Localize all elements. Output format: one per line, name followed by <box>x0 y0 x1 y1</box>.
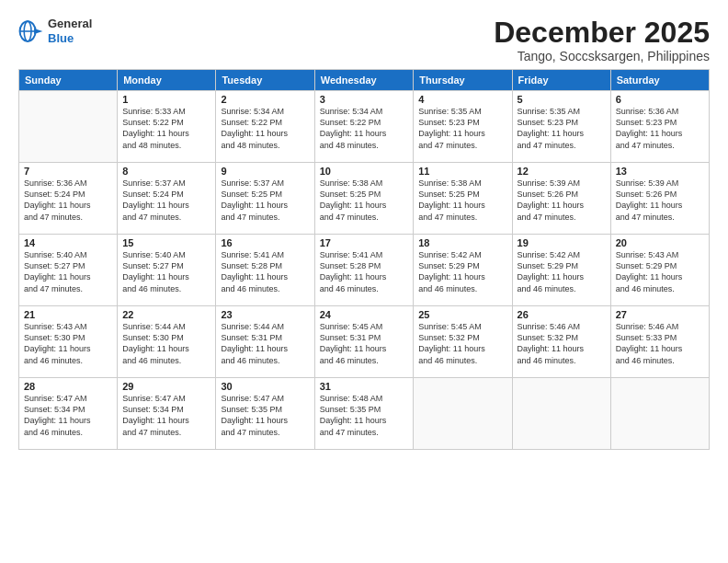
day-number: 13 <box>616 166 704 177</box>
day-info: Sunrise: 5:41 AM Sunset: 5:28 PM Dayligh… <box>320 249 409 294</box>
calendar-cell: 9Sunrise: 5:37 AM Sunset: 5:25 PM Daylig… <box>216 163 314 235</box>
calendar-cell: 18Sunrise: 5:42 AM Sunset: 5:29 PM Dayli… <box>414 235 512 306</box>
calendar-cell: 25Sunrise: 5:45 AM Sunset: 5:32 PM Dayli… <box>414 306 512 378</box>
calendar-cell: 2Sunrise: 5:34 AM Sunset: 5:22 PM Daylig… <box>216 91 314 163</box>
calendar-cell: 7Sunrise: 5:36 AM Sunset: 5:24 PM Daylig… <box>19 163 118 235</box>
logo-text: General Blue <box>48 17 92 45</box>
day-number: 31 <box>320 381 409 392</box>
day-info: Sunrise: 5:46 AM Sunset: 5:32 PM Dayligh… <box>518 321 606 366</box>
calendar-cell: 19Sunrise: 5:42 AM Sunset: 5:29 PM Dayli… <box>512 235 610 306</box>
calendar-cell: 10Sunrise: 5:38 AM Sunset: 5:25 PM Dayli… <box>314 163 414 235</box>
calendar-cell: 30Sunrise: 5:47 AM Sunset: 5:35 PM Dayli… <box>216 378 314 450</box>
subtitle: Tango, Soccsksargen, Philippines <box>494 49 710 63</box>
day-number: 23 <box>221 309 309 320</box>
header-row: SundayMondayTuesdayWednesdayThursdayFrid… <box>19 70 710 91</box>
header-cell-sunday: Sunday <box>19 70 118 91</box>
calendar-table: SundayMondayTuesdayWednesdayThursdayFrid… <box>18 69 710 450</box>
day-info: Sunrise: 5:34 AM Sunset: 5:22 PM Dayligh… <box>221 106 309 151</box>
week-row-0: 1Sunrise: 5:33 AM Sunset: 5:22 PM Daylig… <box>19 91 710 163</box>
day-info: Sunrise: 5:41 AM Sunset: 5:28 PM Dayligh… <box>221 249 309 294</box>
main-title: December 2025 <box>494 17 710 49</box>
day-info: Sunrise: 5:36 AM Sunset: 5:23 PM Dayligh… <box>616 106 704 151</box>
calendar-cell <box>512 378 610 450</box>
calendar-body: 1Sunrise: 5:33 AM Sunset: 5:22 PM Daylig… <box>19 91 710 450</box>
calendar-cell: 5Sunrise: 5:35 AM Sunset: 5:23 PM Daylig… <box>512 91 610 163</box>
day-info: Sunrise: 5:45 AM Sunset: 5:32 PM Dayligh… <box>418 321 506 366</box>
calendar-cell <box>414 378 512 450</box>
day-number: 22 <box>122 309 210 320</box>
day-number: 3 <box>320 94 409 105</box>
week-row-2: 14Sunrise: 5:40 AM Sunset: 5:27 PM Dayli… <box>19 235 710 306</box>
day-number: 27 <box>616 309 704 320</box>
day-info: Sunrise: 5:43 AM Sunset: 5:29 PM Dayligh… <box>616 249 704 294</box>
day-info: Sunrise: 5:37 AM Sunset: 5:25 PM Dayligh… <box>221 178 309 223</box>
calendar-cell: 4Sunrise: 5:35 AM Sunset: 5:23 PM Daylig… <box>414 91 512 163</box>
day-number: 18 <box>418 237 506 248</box>
calendar-cell: 26Sunrise: 5:46 AM Sunset: 5:32 PM Dayli… <box>512 306 610 378</box>
calendar-cell: 23Sunrise: 5:44 AM Sunset: 5:31 PM Dayli… <box>216 306 314 378</box>
day-info: Sunrise: 5:42 AM Sunset: 5:29 PM Dayligh… <box>418 249 506 294</box>
day-number: 25 <box>418 309 506 320</box>
day-number: 7 <box>24 166 112 177</box>
calendar-cell: 22Sunrise: 5:44 AM Sunset: 5:30 PM Dayli… <box>118 306 216 378</box>
header-cell-saturday: Saturday <box>610 70 709 91</box>
day-number: 12 <box>518 166 606 177</box>
calendar-header: SundayMondayTuesdayWednesdayThursdayFrid… <box>19 70 710 91</box>
day-number: 5 <box>518 94 606 105</box>
day-number: 24 <box>320 309 409 320</box>
day-number: 14 <box>24 237 112 248</box>
calendar-cell: 6Sunrise: 5:36 AM Sunset: 5:23 PM Daylig… <box>610 91 709 163</box>
day-info: Sunrise: 5:48 AM Sunset: 5:35 PM Dayligh… <box>320 393 409 438</box>
day-info: Sunrise: 5:33 AM Sunset: 5:22 PM Dayligh… <box>122 106 210 151</box>
calendar-cell: 27Sunrise: 5:46 AM Sunset: 5:33 PM Dayli… <box>610 306 709 378</box>
day-info: Sunrise: 5:47 AM Sunset: 5:34 PM Dayligh… <box>24 393 112 438</box>
day-info: Sunrise: 5:40 AM Sunset: 5:27 PM Dayligh… <box>122 249 210 294</box>
day-number: 2 <box>221 94 309 105</box>
day-info: Sunrise: 5:38 AM Sunset: 5:25 PM Dayligh… <box>320 178 409 223</box>
calendar-cell: 3Sunrise: 5:34 AM Sunset: 5:22 PM Daylig… <box>314 91 414 163</box>
day-info: Sunrise: 5:35 AM Sunset: 5:23 PM Dayligh… <box>418 106 506 151</box>
calendar-cell: 16Sunrise: 5:41 AM Sunset: 5:28 PM Dayli… <box>216 235 314 306</box>
calendar-cell: 8Sunrise: 5:37 AM Sunset: 5:24 PM Daylig… <box>118 163 216 235</box>
calendar-cell: 20Sunrise: 5:43 AM Sunset: 5:29 PM Dayli… <box>610 235 709 306</box>
day-number: 21 <box>24 309 112 320</box>
day-number: 9 <box>221 166 309 177</box>
svg-marker-3 <box>34 28 42 33</box>
day-number: 4 <box>418 94 506 105</box>
header-cell-wednesday: Wednesday <box>314 70 414 91</box>
day-number: 30 <box>221 381 309 392</box>
day-info: Sunrise: 5:47 AM Sunset: 5:34 PM Dayligh… <box>122 393 210 438</box>
day-info: Sunrise: 5:40 AM Sunset: 5:27 PM Dayligh… <box>24 249 112 294</box>
day-number: 28 <box>24 381 112 392</box>
page: General Blue December 2025 Tango, Soccsk… <box>0 0 728 461</box>
day-info: Sunrise: 5:35 AM Sunset: 5:23 PM Dayligh… <box>518 106 606 151</box>
calendar-cell: 13Sunrise: 5:39 AM Sunset: 5:26 PM Dayli… <box>610 163 709 235</box>
day-number: 8 <box>122 166 210 177</box>
day-number: 15 <box>122 237 210 248</box>
calendar-cell: 12Sunrise: 5:39 AM Sunset: 5:26 PM Dayli… <box>512 163 610 235</box>
day-number: 26 <box>518 309 606 320</box>
day-number: 29 <box>122 381 210 392</box>
day-number: 10 <box>320 166 409 177</box>
header-cell-thursday: Thursday <box>414 70 512 91</box>
calendar-cell: 31Sunrise: 5:48 AM Sunset: 5:35 PM Dayli… <box>314 378 414 450</box>
calendar-cell: 29Sunrise: 5:47 AM Sunset: 5:34 PM Dayli… <box>118 378 216 450</box>
calendar-cell: 28Sunrise: 5:47 AM Sunset: 5:34 PM Dayli… <box>19 378 118 450</box>
calendar-cell: 17Sunrise: 5:41 AM Sunset: 5:28 PM Dayli… <box>314 235 414 306</box>
calendar-cell: 24Sunrise: 5:45 AM Sunset: 5:31 PM Dayli… <box>314 306 414 378</box>
logo: General Blue <box>18 17 92 45</box>
day-info: Sunrise: 5:42 AM Sunset: 5:29 PM Dayligh… <box>518 249 606 294</box>
day-info: Sunrise: 5:43 AM Sunset: 5:30 PM Dayligh… <box>24 321 112 366</box>
calendar-cell <box>19 91 118 163</box>
day-info: Sunrise: 5:44 AM Sunset: 5:30 PM Dayligh… <box>122 321 210 366</box>
day-number: 16 <box>221 237 309 248</box>
day-info: Sunrise: 5:45 AM Sunset: 5:31 PM Dayligh… <box>320 321 409 366</box>
header-cell-tuesday: Tuesday <box>216 70 314 91</box>
calendar-cell: 1Sunrise: 5:33 AM Sunset: 5:22 PM Daylig… <box>118 91 216 163</box>
day-number: 6 <box>616 94 704 105</box>
calendar-cell: 21Sunrise: 5:43 AM Sunset: 5:30 PM Dayli… <box>19 306 118 378</box>
logo-blue: Blue <box>48 31 92 46</box>
title-block: December 2025 Tango, Soccsksargen, Phili… <box>494 17 710 63</box>
calendar-cell <box>610 378 709 450</box>
header: General Blue December 2025 Tango, Soccsk… <box>18 17 710 63</box>
